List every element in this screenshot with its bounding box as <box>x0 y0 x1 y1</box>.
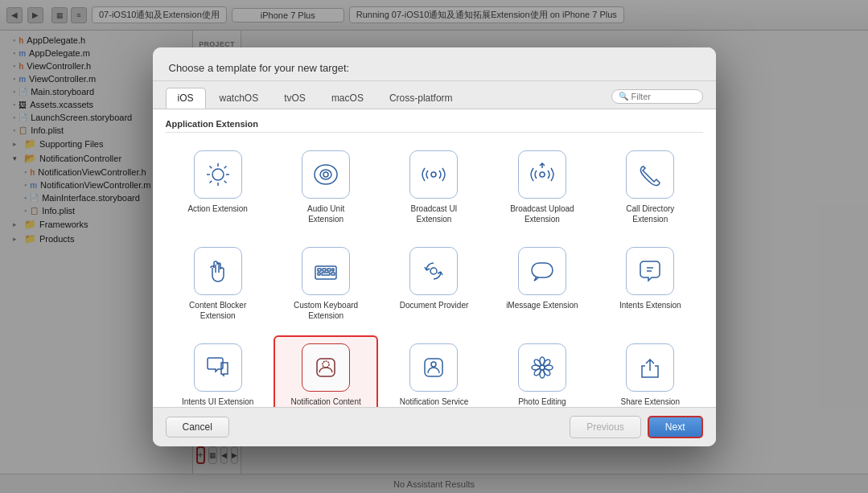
photo-editing-label: Photo Editing Extension <box>506 396 578 407</box>
section-header: Application Extension <box>166 119 703 133</box>
template-content-blocker-extension[interactable]: Content Blocker Extension <box>166 239 270 329</box>
template-notification-content-extension[interactable]: Notification Content Extension <box>274 335 378 407</box>
action-ext-label: Action Extension <box>187 203 248 214</box>
document-provider-icon <box>409 247 458 295</box>
intents-ui-svg <box>204 353 232 382</box>
svg-rect-7 <box>332 269 334 271</box>
document-provider-label: Document Provider <box>400 300 469 310</box>
svg-point-0 <box>212 169 224 180</box>
broadcast-upload-svg <box>528 160 557 189</box>
search-icon: 🔍 <box>619 92 628 101</box>
svg-point-16 <box>431 362 436 367</box>
call-directory-icon <box>626 150 674 199</box>
broadcast-ui-icon <box>409 150 458 199</box>
modal-body: Application Extension Action Extension <box>153 109 716 407</box>
content-blocker-icon <box>194 247 242 295</box>
svg-rect-4 <box>318 269 321 271</box>
intents-ui-ext-label: Intents UI Extension <box>182 396 254 407</box>
tab-macos[interactable]: macOS <box>319 88 376 109</box>
tab-tvos[interactable]: tvOS <box>272 88 318 109</box>
custom-keyboard-label: Custom Keyboard Extension <box>290 300 362 321</box>
intents-ui-icon <box>194 343 242 392</box>
notification-content-label: Notification Content Extension <box>290 396 362 407</box>
refresh-svg <box>419 257 448 286</box>
cancel-button[interactable]: Cancel <box>166 417 229 438</box>
template-notification-service-extension[interactable]: Notification Service Extension <box>381 335 486 407</box>
tab-cross-platform[interactable]: Cross-platform <box>377 88 465 109</box>
flower-svg <box>528 353 557 382</box>
footer-right-buttons: Previous Next <box>570 416 702 438</box>
share-svg <box>636 353 664 382</box>
content-blocker-label: Content Blocker Extension <box>182 300 254 321</box>
template-photo-editing-extension[interactable]: Photo Editing Extension <box>490 335 594 407</box>
svg-point-11 <box>430 268 437 274</box>
filter-input[interactable] <box>631 92 696 101</box>
svg-point-21 <box>542 368 551 376</box>
custom-keyboard-icon <box>302 247 350 295</box>
template-intents-extension[interactable]: Intents Extension <box>598 239 702 329</box>
notification-service-icon <box>409 343 458 392</box>
share-ext-icon <box>626 343 674 392</box>
tab-ios[interactable]: iOS <box>166 88 206 109</box>
phone-svg <box>636 160 664 189</box>
svg-point-14 <box>323 361 329 368</box>
audio-unit-label: Audio Unit Extension <box>290 203 362 224</box>
template-custom-keyboard-extension[interactable]: Custom Keyboard Extension <box>274 239 378 329</box>
modal-overlay: Choose a template for your new target: i… <box>0 0 868 493</box>
footer-left-buttons: Cancel <box>166 417 229 438</box>
share-ext-label: Share Extension <box>621 396 680 407</box>
action-ext-icon <box>194 150 242 199</box>
broadcast-upload-label: Broadcast Upload Extension <box>506 203 578 224</box>
message-svg <box>528 257 557 286</box>
svg-rect-8 <box>318 273 320 275</box>
notification-content-icon <box>302 343 350 392</box>
template-document-provider[interactable]: Document Provider <box>381 239 486 329</box>
template-chooser-modal: Choose a template for your new target: i… <box>153 47 716 446</box>
svg-point-19 <box>542 358 551 367</box>
audio-unit-icon <box>302 150 350 199</box>
next-button[interactable]: Next <box>648 416 703 438</box>
call-directory-label: Call Directory Extension <box>614 203 686 224</box>
svg-point-1 <box>431 172 436 177</box>
svg-rect-12 <box>532 263 553 277</box>
imessage-ext-label: iMessage Extension <box>506 300 578 310</box>
svg-point-23 <box>533 368 542 376</box>
svg-rect-10 <box>331 273 335 275</box>
hand-svg <box>204 257 232 286</box>
template-action-extension[interactable]: Action Extension <box>166 142 270 232</box>
svg-point-2 <box>540 172 545 177</box>
template-broadcast-ui-extension[interactable]: Broadcast UI Extension <box>381 142 486 232</box>
main-window: ◀ ▶ ▦ ≡ 07-iOS10通知及Extension使用 iPhone 7 … <box>0 0 868 493</box>
previous-button[interactable]: Previous <box>570 416 641 438</box>
svg-point-25 <box>533 358 542 367</box>
svg-rect-9 <box>322 273 330 275</box>
notification-service-label: Notification Service Extension <box>397 396 470 407</box>
intents-svg <box>636 257 664 286</box>
keyboard-svg <box>311 257 340 286</box>
photo-editing-icon <box>518 343 566 392</box>
modal-header: Choose a template for your new target: <box>153 47 716 81</box>
svg-rect-5 <box>323 269 326 271</box>
modal-tabs: iOS watchOS tvOS macOS Cross-platform 🔍 <box>153 81 716 109</box>
broadcast-upload-icon <box>518 150 566 199</box>
template-broadcast-upload-extension[interactable]: Broadcast Upload Extension <box>490 142 594 232</box>
template-intents-ui-extension[interactable]: Intents UI Extension <box>166 335 270 407</box>
gear-svg <box>204 160 232 189</box>
template-share-extension[interactable]: Share Extension <box>598 335 702 407</box>
template-grid: Action Extension Audio Unit Extension <box>166 142 703 407</box>
notification-content-svg <box>311 353 340 382</box>
svg-rect-6 <box>327 269 331 271</box>
audio-svg <box>311 160 340 189</box>
filter-container: 🔍 <box>611 89 703 104</box>
imessage-ext-icon <box>518 247 566 295</box>
intents-ext-icon <box>626 247 674 295</box>
notification-service-svg <box>419 353 448 382</box>
template-call-directory-extension[interactable]: Call Directory Extension <box>598 142 702 232</box>
broadcast-ui-svg <box>419 160 448 189</box>
modal-footer: Cancel Previous Next <box>153 407 716 446</box>
template-audio-unit-extension[interactable]: Audio Unit Extension <box>274 142 378 232</box>
broadcast-ui-label: Broadcast UI Extension <box>397 203 470 224</box>
tab-watchos[interactable]: watchOS <box>208 88 271 109</box>
template-imessage-extension[interactable]: iMessage Extension <box>490 239 594 329</box>
intents-ext-label: Intents Extension <box>619 300 681 310</box>
